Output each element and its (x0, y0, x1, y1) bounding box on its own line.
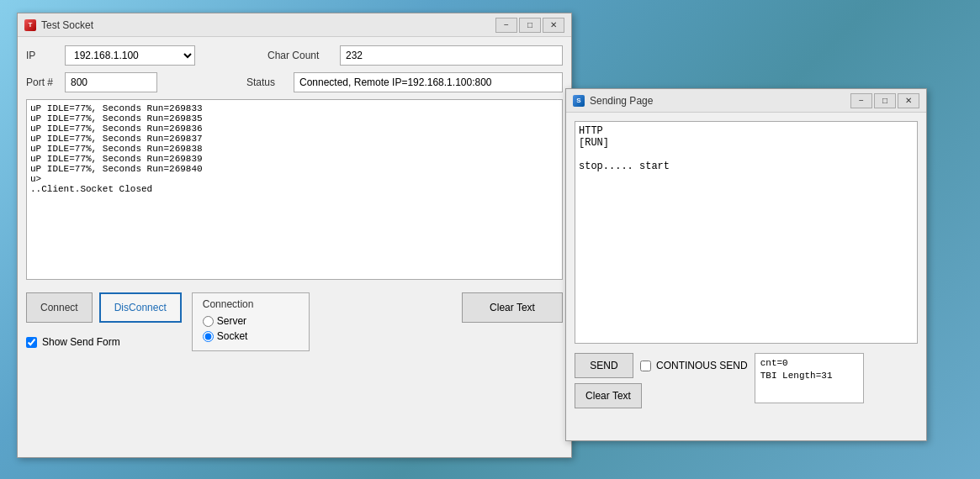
ip-charcount-row: IP 192.168.1.100 127.0.0.1 192.168.1.1 C… (26, 45, 563, 66)
socket-radio-row: Socket (203, 330, 299, 342)
bottom-section: Connect DisConnect Show Send Form Connec… (26, 292, 563, 351)
main-title-bar: T Test Socket − □ ✕ (18, 13, 571, 37)
port-label: Port # (26, 76, 60, 88)
continuous-send-checkbox[interactable] (640, 361, 651, 371)
main-close-button[interactable]: ✕ (543, 18, 564, 33)
connect-buttons-row: Connect DisConnect (26, 292, 182, 323)
send-controls-row: SEND CONTINOUS SEND (575, 353, 748, 378)
send-minimize-button[interactable]: − (850, 93, 872, 108)
clear-text-button[interactable]: Clear Text (462, 292, 563, 323)
charcount-label: Char Count (268, 50, 335, 61)
main-window-icon: T (24, 19, 36, 31)
server-radio-row: Server (203, 315, 299, 327)
charcount-input[interactable] (340, 45, 563, 66)
show-send-form-row: Show Send Form (26, 336, 120, 348)
send-textarea[interactable]: HTTP [RUN] stop..... start (575, 121, 918, 344)
send-title-bar: S Sending Page − □ ✕ (566, 89, 926, 113)
send-clear-text-button[interactable]: Clear Text (575, 383, 642, 408)
continuous-send-row: CONTINOUS SEND (640, 360, 748, 371)
disconnect-button[interactable]: DisConnect (99, 292, 182, 323)
status-label: Status (246, 76, 289, 88)
send-window-icon: S (573, 95, 585, 107)
send-maximize-button[interactable]: □ (874, 93, 896, 108)
send-window: S Sending Page − □ ✕ HTTP [RUN] stop....… (565, 88, 927, 441)
server-radio-label: Server (217, 315, 246, 327)
send-close-button[interactable]: ✕ (898, 93, 919, 108)
continuous-send-label: CONTINOUS SEND (656, 360, 748, 371)
main-minimize-button[interactable]: − (495, 18, 517, 33)
clear-text-container: Clear Text (320, 292, 563, 323)
send-info-box: cnt=0 TBI Length=31 (755, 353, 864, 403)
main-window-controls: − □ ✕ (495, 18, 564, 33)
show-send-form-label: Show Send Form (42, 336, 120, 348)
send-left-controls: SEND CONTINOUS SEND Clear Text (575, 353, 748, 408)
send-window-title: Sending Page (590, 95, 850, 107)
connection-title: Connection (203, 298, 299, 310)
log-textarea[interactable]: uP IDLE=77%, Seconds Run=269833 uP IDLE=… (26, 99, 563, 280)
port-status-row: Port # Status (26, 72, 563, 92)
main-window: T Test Socket − □ ✕ IP 192.168.1.100 127… (17, 13, 572, 458)
port-input[interactable] (65, 72, 157, 92)
socket-radio[interactable] (203, 331, 214, 342)
main-window-content: IP 192.168.1.100 127.0.0.1 192.168.1.1 C… (18, 37, 571, 360)
ip-label: IP (26, 50, 60, 61)
connect-button[interactable]: Connect (26, 292, 93, 323)
ip-select[interactable]: 192.168.1.100 127.0.0.1 192.168.1.1 (65, 45, 195, 66)
status-input[interactable] (294, 72, 563, 92)
main-maximize-button[interactable]: □ (519, 18, 541, 33)
server-radio[interactable] (203, 316, 214, 327)
show-send-form-checkbox[interactable] (26, 337, 37, 348)
main-window-title: Test Socket (41, 19, 495, 31)
send-bottom-section: SEND CONTINOUS SEND Clear Text cnt=0 TBI… (575, 353, 918, 408)
socket-radio-label: Socket (217, 330, 248, 342)
send-window-content: HTTP [RUN] stop..... start SEND CONTINOU… (566, 113, 926, 417)
connect-disconnect-group: Connect DisConnect Show Send Form (26, 292, 182, 348)
connection-group: Connection Server Socket (192, 292, 310, 351)
send-window-controls: − □ ✕ (850, 93, 919, 108)
send-button[interactable]: SEND (575, 353, 633, 378)
